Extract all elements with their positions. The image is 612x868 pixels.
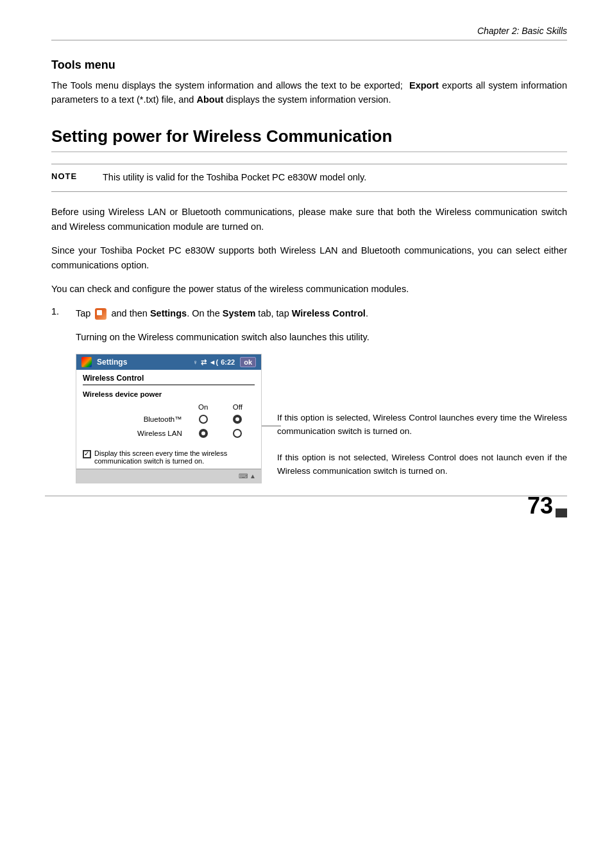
item-content: Tap and then Settings. On the System tab…	[76, 306, 567, 321]
callout-section: If this option is selected, Wireless Con…	[277, 354, 567, 478]
body-para-2: Since your Toshiba Pocket PC e830W suppo…	[51, 243, 567, 273]
tap-icon	[95, 308, 106, 320]
note-text: This utility is valid for the Toshiba Po…	[103, 171, 567, 185]
wireless-table: On Off Bluetooth™ Wireless LAN	[83, 402, 255, 440]
item-number: 1.	[51, 306, 76, 321]
page-container: Chapter 2: Basic Skills Tools menu The T…	[0, 0, 612, 535]
tools-menu-title: Tools menu	[51, 58, 567, 72]
about-bold: About	[196, 94, 223, 105]
status-icon-sync: ⇄	[201, 358, 207, 367]
status-icon-volume: ◄(	[209, 358, 219, 366]
wireless-lan-off-radio[interactable]	[233, 429, 242, 438]
numbered-list: 1. Tap and then Settings. On the System …	[51, 306, 567, 321]
wireless-lan-row: Wireless LAN	[83, 426, 255, 440]
status-icons: ♀ ⇄ ◄( 6:22	[192, 358, 235, 367]
status-time: 6:22	[221, 358, 235, 366]
wireless-section: Setting power for Wireless Communication…	[51, 126, 567, 483]
body-para-3: You can check and configure the power st…	[51, 282, 567, 297]
col-header-on: On	[186, 402, 221, 412]
chapter-header-text: Chapter 2: Basic Skills	[477, 26, 567, 36]
note-box: NOTE This utility is valid for the Toshi…	[51, 164, 567, 192]
device-body: Wireless Control Wireless device power O…	[76, 370, 261, 469]
page-corner-block	[556, 508, 567, 517]
windows-logo	[81, 357, 92, 367]
export-bold: Export	[409, 80, 439, 91]
bottom-rule	[45, 496, 567, 496]
wireless-device-power: Wireless device power	[83, 390, 255, 398]
wireless-lan-off[interactable]	[221, 426, 255, 440]
system-bold: System	[223, 308, 256, 318]
page-corner-mark	[556, 494, 567, 517]
taskbar: ⌨ ▲	[76, 469, 261, 483]
col-header-off: Off	[221, 402, 255, 412]
titlebar-title: Settings	[97, 358, 187, 367]
tools-menu-body: The Tools menu displays the system infor…	[51, 78, 567, 107]
chapter-header: Chapter 2: Basic Skills	[51, 26, 567, 40]
wireless-lan-label: Wireless LAN	[83, 426, 186, 440]
wireless-lan-on-radio[interactable]	[199, 429, 208, 438]
bluetooth-row: Bluetooth™	[83, 412, 255, 426]
bluetooth-label: Bluetooth™	[83, 412, 186, 426]
bluetooth-on[interactable]	[186, 412, 221, 426]
body-para-1: Before using Wireless LAN or Bluetooth c…	[51, 205, 567, 234]
checkbox-row: Display this screen every time the wirel…	[83, 447, 255, 465]
numbered-item-1: 1. Tap and then Settings. On the System …	[51, 306, 567, 321]
titlebar: Settings ♀ ⇄ ◄( 6:22 ok	[76, 354, 261, 370]
bluetooth-off[interactable]	[221, 412, 255, 426]
status-icon-phone: ♀	[192, 358, 198, 366]
keyboard-icon[interactable]: ⌨ ▲	[239, 473, 256, 480]
callout-text-2: If this option is not selected, Wireless…	[277, 451, 567, 478]
ok-button[interactable]: ok	[240, 357, 256, 367]
display-checkbox[interactable]	[83, 450, 91, 458]
device-screenshot: Settings ♀ ⇄ ◄( 6:22 ok Wireless Control…	[76, 354, 262, 483]
callout-line-1	[262, 426, 281, 426]
section-title: Setting power for Wireless Communication	[51, 126, 567, 152]
tools-menu-section: Tools menu The Tools menu displays the s…	[51, 58, 567, 107]
page-number: 73	[527, 492, 553, 519]
wireless-control-bold: Wireless Control	[292, 308, 366, 318]
col-header-blank	[83, 402, 186, 412]
settings-bold: Settings	[150, 308, 187, 318]
wireless-control-title: Wireless Control	[83, 374, 255, 385]
note-label: NOTE	[51, 171, 103, 181]
bluetooth-off-radio[interactable]	[233, 415, 242, 424]
bluetooth-on-radio[interactable]	[199, 415, 208, 424]
page-number-area: 73	[527, 492, 567, 519]
sub-para: Turning on the Wireless communication sw…	[76, 330, 567, 345]
ui-screenshot-area: Settings ♀ ⇄ ◄( 6:22 ok Wireless Control…	[76, 354, 567, 483]
callout-text-1: If this option is selected, Wireless Con…	[277, 412, 567, 438]
wireless-lan-on[interactable]	[186, 426, 221, 440]
checkbox-label: Display this screen every time the wirel…	[94, 449, 255, 465]
